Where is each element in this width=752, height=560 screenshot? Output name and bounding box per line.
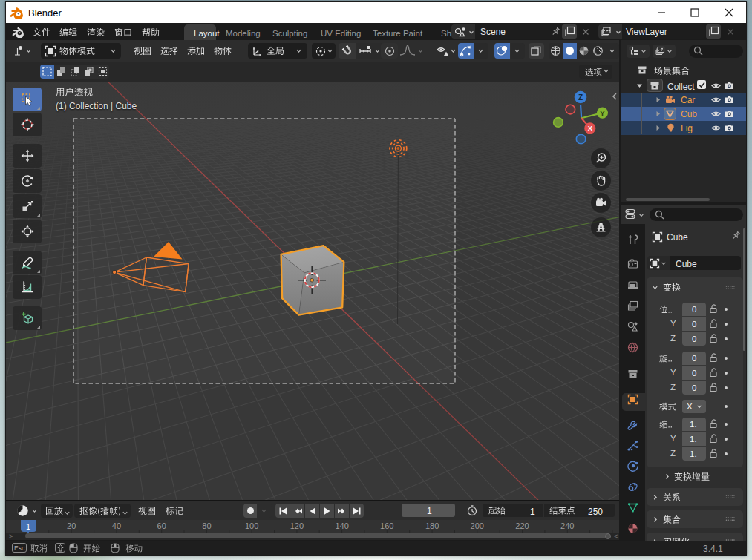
svg-text:200: 200 (471, 521, 484, 530)
svg-text:X: X (588, 124, 593, 132)
svg-text:80: 80 (202, 521, 211, 530)
svg-text:40: 40 (112, 521, 121, 530)
svg-text:240: 240 (560, 521, 574, 530)
svg-text:Z: Z (578, 93, 583, 102)
svg-text:60: 60 (157, 521, 166, 530)
svg-text:180: 180 (425, 521, 439, 530)
svg-text:120: 120 (290, 521, 304, 530)
svg-text:220: 220 (515, 521, 529, 530)
svg-text:20: 20 (67, 521, 76, 530)
svg-text:100: 100 (245, 521, 258, 530)
svg-text:140: 140 (335, 521, 348, 530)
svg-text:Y: Y (600, 109, 605, 117)
svg-text:160: 160 (380, 521, 393, 530)
